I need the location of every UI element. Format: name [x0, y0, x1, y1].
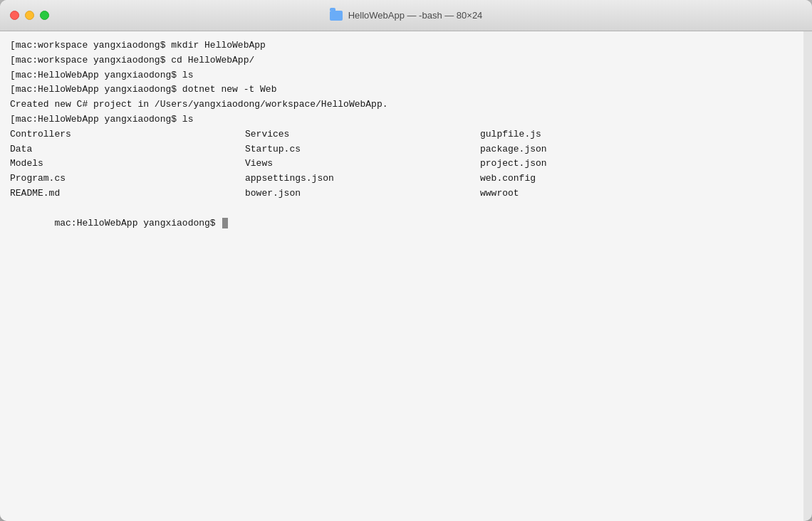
ls-col1-row5: README.md: [10, 186, 245, 201]
maximize-button[interactable]: [40, 11, 49, 20]
terminal-wrapper: [mac:workspace yangxiaodong$ mkdir Hello…: [0, 31, 812, 521]
ls-col1-row1: Controllers: [10, 127, 245, 142]
ls-output: Controllers Services gulpfile.js Data St…: [10, 127, 793, 201]
prompt-text: mac:HelloWebApp yangxiaodong$: [54, 218, 221, 228]
ls-col2-row2: Startup.cs: [245, 142, 480, 157]
ls-col2-row3: Views: [245, 157, 480, 172]
ls-col3-row3: project.json: [480, 157, 715, 172]
terminal-line-5: [mac:HelloWebApp yangxiaodong$ ls: [10, 112, 793, 127]
folder-icon: [330, 11, 343, 21]
terminal-line-2: [mac:workspace yangxiaodong$ cd HelloWeb…: [10, 53, 793, 68]
title-bar-content: HelloWebApp — -bash — 80×24: [330, 10, 483, 21]
ls-col1-row2: Data: [10, 142, 245, 157]
terminal-window: HelloWebApp — -bash — 80×24 [mac:workspa…: [0, 0, 812, 521]
window-title: HelloWebApp — -bash — 80×24: [348, 10, 483, 21]
terminal-line-1: [mac:workspace yangxiaodong$ mkdir Hello…: [10, 38, 793, 53]
ls-col1-row3: Models: [10, 157, 245, 172]
ls-col3-row4: web.config: [480, 172, 715, 186]
minimize-button[interactable]: [25, 11, 34, 20]
ls-col2-row1: Services: [245, 127, 480, 142]
cursor: [222, 218, 228, 228]
close-button[interactable]: [10, 11, 19, 20]
terminal-line-3: [mac:HelloWebApp yangxiaodong$ ls: [10, 68, 793, 83]
terminal-prompt-final: mac:HelloWebApp yangxiaodong$: [10, 201, 793, 246]
ls-col3-row2: package.json: [480, 142, 715, 157]
traffic-lights: [10, 11, 49, 20]
ls-col3-row5: wwwroot: [480, 186, 715, 201]
terminal-line-4: [mac:HelloWebApp yangxiaodong$ dotnet ne…: [10, 83, 793, 98]
title-bar: HelloWebApp — -bash — 80×24: [0, 0, 812, 31]
ls-col2-row4: appsettings.json: [245, 172, 480, 186]
terminal-body[interactable]: [mac:workspace yangxiaodong$ mkdir Hello…: [0, 31, 803, 521]
ls-col2-row5: bower.json: [245, 186, 480, 201]
ls-col1-row4: Program.cs: [10, 172, 245, 186]
ls-col3-row1: gulpfile.js: [480, 127, 715, 142]
scrollbar[interactable]: [803, 31, 812, 521]
terminal-output-1: Created new C# project in /Users/yangxia…: [10, 98, 793, 112]
